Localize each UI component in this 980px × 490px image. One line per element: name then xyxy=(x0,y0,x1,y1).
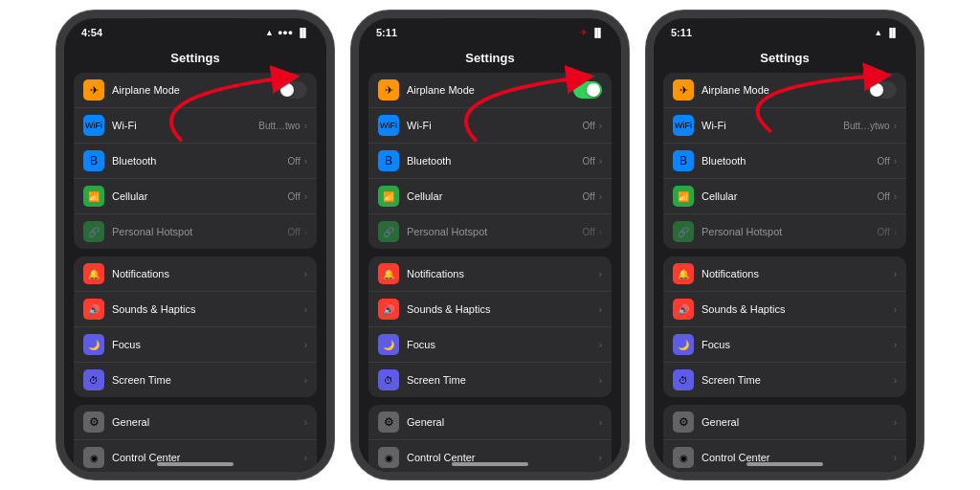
screentime-icon-1: ⏱ xyxy=(83,369,104,390)
row-wifi-2[interactable]: WiFi Wi-Fi Off › xyxy=(368,108,612,144)
bluetooth-chevron-2: › xyxy=(599,156,602,167)
row-screentime-1[interactable]: ⏱ Screen Time › xyxy=(74,363,317,397)
focus-icon-1: 🌙 xyxy=(83,334,104,355)
airplane-toggle-2[interactable] xyxy=(573,81,602,99)
signal-icon-1: ●●● xyxy=(278,28,293,37)
row-sounds-3[interactable]: 🔊 Sounds & Haptics › xyxy=(663,292,906,327)
row-controlcenter-2[interactable]: ◉ Control Center › xyxy=(368,440,612,472)
cellular-chevron-1: › xyxy=(304,191,307,202)
row-bluetooth-2[interactable]: B Bluetooth Off › xyxy=(368,144,612,179)
row-cellular-2[interactable]: 📶 Cellular Off › xyxy=(368,179,612,214)
hotspot-label-1: Personal Hotspot xyxy=(112,226,288,237)
sounds-chevron-1: › xyxy=(304,304,307,315)
row-focus-2[interactable]: 🌙 Focus › xyxy=(368,327,612,363)
bluetooth-icon-3: B xyxy=(673,150,694,171)
notch-2 xyxy=(442,18,538,39)
row-focus-1[interactable]: 🌙 Focus › xyxy=(74,327,317,363)
row-cellular-3[interactable]: 📶 Cellular Off › xyxy=(663,179,906,214)
row-bluetooth-1[interactable]: B Bluetooth Off › xyxy=(74,144,317,179)
focus-icon-2: 🌙 xyxy=(378,334,399,355)
wifi-label-3: Wi-Fi xyxy=(702,120,843,131)
airplane-icon-2: ✈ xyxy=(378,79,399,100)
wifi-chevron-2: › xyxy=(599,121,602,131)
sounds-icon-3: 🔊 xyxy=(673,299,694,320)
battery-icon-3: ▐▌ xyxy=(886,28,899,37)
row-general-1[interactable]: ⚙ General › xyxy=(74,405,317,440)
row-screentime-3[interactable]: ⏱ Screen Time › xyxy=(663,363,906,397)
airplane-toggle-1[interactable] xyxy=(278,81,307,99)
group-notifications-1: 🔔 Notifications › 🔊 Sounds & Haptics › 🌙… xyxy=(74,256,317,397)
notifications-label-1: Notifications xyxy=(112,268,304,279)
sounds-label-2: Sounds & Haptics xyxy=(407,303,599,315)
row-notifications-2[interactable]: 🔔 Notifications › xyxy=(368,256,612,292)
group-connectivity-2: ✈ Airplane Mode WiFi Wi-Fi Off › B Bluet… xyxy=(368,73,612,249)
focus-label-1: Focus xyxy=(112,339,304,350)
row-notifications-3[interactable]: 🔔 Notifications › xyxy=(663,256,906,292)
time-2: 5:11 xyxy=(376,27,397,38)
row-focus-3[interactable]: 🌙 Focus › xyxy=(663,327,906,363)
general-label-3: General xyxy=(702,416,894,428)
row-hotspot-1[interactable]: 🔗 Personal Hotspot Off › xyxy=(74,214,317,249)
screen-2: Settings ✈ Airplane Mode WiFi Wi-Fi Off … xyxy=(359,47,621,472)
wifi-label-1: Wi-Fi xyxy=(112,120,258,131)
row-hotspot-3[interactable]: 🔗 Personal Hotspot Off › xyxy=(663,214,906,249)
cellular-value-3: Off xyxy=(878,191,890,202)
bluetooth-label-1: Bluetooth xyxy=(112,155,288,167)
airplane-label-3: Airplane Mode xyxy=(702,84,868,96)
bluetooth-icon-2: B xyxy=(378,150,399,171)
row-sounds-1[interactable]: 🔊 Sounds & Haptics › xyxy=(74,292,317,327)
status-icons-3: ▲ ▐▌ xyxy=(874,28,899,37)
row-notifications-1[interactable]: 🔔 Notifications › xyxy=(74,256,317,292)
screentime-icon-3: ⏱ xyxy=(673,369,694,390)
hotspot-label-2: Personal Hotspot xyxy=(407,226,583,237)
cellular-icon-2: 📶 xyxy=(378,186,399,207)
row-bluetooth-3[interactable]: B Bluetooth Off › xyxy=(663,144,906,179)
row-screentime-2[interactable]: ⏱ Screen Time › xyxy=(368,363,612,397)
screentime-label-1: Screen Time xyxy=(112,374,304,386)
general-label-2: General xyxy=(407,416,599,428)
bluetooth-value-3: Off xyxy=(878,156,890,167)
notifications-label-2: Notifications xyxy=(407,268,599,279)
general-label-1: General xyxy=(112,416,304,428)
row-controlcenter-3[interactable]: ◉ Control Center › xyxy=(663,440,906,472)
row-general-3[interactable]: ⚙ General › xyxy=(663,405,906,440)
notifications-icon-3: 🔔 xyxy=(673,263,694,284)
notch-1 xyxy=(147,18,243,39)
sounds-icon-1: 🔊 xyxy=(83,299,104,320)
row-sounds-2[interactable]: 🔊 Sounds & Haptics › xyxy=(368,292,612,327)
sounds-chevron-3: › xyxy=(894,304,897,315)
hotspot-icon-1: 🔗 xyxy=(83,221,104,242)
wifi-chevron-3: › xyxy=(894,121,897,131)
row-hotspot-2[interactable]: 🔗 Personal Hotspot Off › xyxy=(368,214,612,249)
notch-3 xyxy=(737,18,833,39)
hotspot-value-2: Off xyxy=(583,227,595,237)
bluetooth-chevron-3: › xyxy=(894,156,897,167)
row-airplane-3[interactable]: ✈ Airplane Mode xyxy=(663,73,906,108)
row-wifi-3[interactable]: WiFi Wi-Fi Butt…ytwo › xyxy=(663,108,906,144)
wifi-icon-3: WiFi xyxy=(673,115,694,136)
row-wifi-1[interactable]: WiFi Wi-Fi Butt…two › xyxy=(74,108,317,144)
row-controlcenter-1[interactable]: ◉ Control Center › xyxy=(74,440,317,472)
row-airplane-2[interactable]: ✈ Airplane Mode xyxy=(368,73,612,108)
cellular-label-3: Cellular xyxy=(702,190,878,202)
controlcenter-icon-2: ◉ xyxy=(378,447,399,468)
group-connectivity-3: ✈ Airplane Mode WiFi Wi-Fi Butt…ytwo › B… xyxy=(663,73,906,249)
general-chevron-2: › xyxy=(599,417,602,428)
row-general-2[interactable]: ⚙ General › xyxy=(368,405,612,440)
cellular-icon-1: 📶 xyxy=(83,186,104,207)
row-cellular-1[interactable]: 📶 Cellular Off › xyxy=(74,179,317,214)
controlcenter-chevron-2: › xyxy=(599,453,602,463)
airplane-toggle-3[interactable] xyxy=(868,81,897,99)
row-airplane-1[interactable]: ✈ Airplane Mode xyxy=(74,73,317,108)
hotspot-value-1: Off xyxy=(288,227,301,237)
bluetooth-label-2: Bluetooth xyxy=(407,155,583,167)
cellular-label-1: Cellular xyxy=(112,190,288,202)
group-notifications-2: 🔔 Notifications › 🔊 Sounds & Haptics › 🌙… xyxy=(368,256,612,397)
wifi-status-icon-1: ▲ xyxy=(265,28,274,37)
cellular-icon-3: 📶 xyxy=(673,186,694,207)
notifications-chevron-3: › xyxy=(894,269,897,279)
screentime-icon-2: ⏱ xyxy=(378,369,399,390)
airplane-status-icon-2: ✈ xyxy=(580,28,588,37)
battery-icon-2: ▐▌ xyxy=(591,28,604,37)
phone-frame-3: 5:11 ▲ ▐▌ Settings ✈ Airplane Mode WiFi … xyxy=(646,11,924,479)
